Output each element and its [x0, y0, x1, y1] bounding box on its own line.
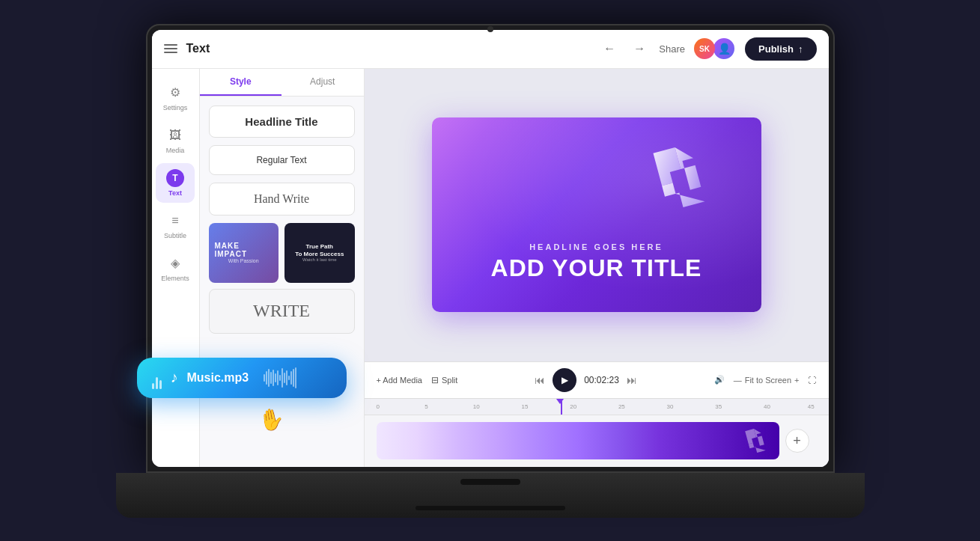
templates-grid: MAKE IMPACT With Passion True PathTo Mor… — [209, 223, 355, 334]
tab-adjust[interactable]: Adjust — [281, 69, 364, 96]
sidebar-item-settings[interactable]: ⚙ Settings — [156, 78, 195, 117]
media-icon: 🖼 — [166, 126, 184, 144]
wave-3 — [268, 369, 270, 387]
ruler-mark-15: 15 — [522, 403, 529, 410]
ruler-mark-5: 5 — [424, 403, 427, 410]
back-arrow[interactable]: ← — [599, 38, 620, 59]
sidebar-item-subtitle[interactable]: ≡ Subtitle — [156, 206, 195, 245]
canvas-text-area: HEADLINE GOES HERE ADD YOUR TITLE — [432, 242, 761, 282]
bar-1 — [152, 383, 154, 389]
menu-icon[interactable] — [164, 44, 177, 53]
add-media-label: + Add Media — [377, 376, 422, 385]
wave-1 — [264, 374, 265, 382]
ruler-mark-10: 10 — [473, 403, 480, 410]
settings-icon: ⚙ — [166, 84, 184, 102]
wave-7 — [277, 370, 279, 385]
true-path-template[interactable]: True PathTo More Success Watch it last t… — [284, 223, 355, 283]
track-clip[interactable] — [377, 422, 779, 459]
ruler-mark-0: 0 — [377, 403, 380, 410]
add-track-btn[interactable]: + — [785, 429, 809, 453]
main-content: ⚙ Settings 🖼 Media T Text ≡ Subtitle — [152, 69, 829, 467]
add-media-btn[interactable]: + Add Media — [377, 376, 422, 385]
tab-style[interactable]: Style — [200, 69, 282, 96]
playhead[interactable] — [561, 399, 562, 415]
laptop-notch — [460, 479, 520, 485]
laptop-base — [116, 473, 865, 518]
music-waveform — [264, 367, 332, 388]
split-label: Split — [442, 376, 457, 385]
play-time: 00:02:23 — [584, 375, 619, 385]
wave-9 — [281, 368, 283, 388]
avatar-photo: 👤 — [712, 37, 736, 61]
template-label-3: True PathTo More Success — [295, 243, 344, 257]
regular-text-btn[interactable]: Regular Text — [209, 145, 355, 175]
handwrite-btn[interactable]: Hand Write — [209, 183, 355, 216]
panel-content: Headline Title Regular Text Hand Write M… — [200, 97, 364, 343]
editor-area: HEADLINE GOES HERE ADD YOUR TITLE + Add … — [365, 69, 829, 467]
music-widget: ♪ Music.mp3 — [137, 358, 347, 398]
volume-button[interactable]: 🔊 — [714, 375, 725, 385]
cursor-hand: ✋ — [256, 405, 286, 434]
sidebar: ⚙ Settings 🖼 Media T Text ≡ Subtitle — [152, 69, 200, 467]
tc-right: 🔊 — Fit to Screen + ⛶ — [714, 375, 817, 385]
panel-tabs: Style Adjust — [200, 69, 364, 97]
avatar-group: SK 👤 — [694, 37, 736, 61]
bar-3 — [159, 380, 162, 389]
write-template[interactable]: WRITE — [209, 289, 355, 334]
forward-arrow[interactable]: → — [629, 38, 650, 59]
track-clip-logo — [740, 426, 770, 456]
ruler-mark-40: 40 — [764, 403, 770, 410]
next-button[interactable]: ⏭ — [627, 374, 637, 386]
wave-4 — [270, 372, 272, 384]
wave-8 — [279, 375, 281, 381]
svg-marker-7 — [757, 436, 764, 446]
play-button[interactable]: ▶ — [553, 368, 576, 392]
sidebar-item-elements[interactable]: ◈ Elements — [156, 248, 195, 288]
wave-10 — [284, 373, 285, 383]
subtitle-icon: ≡ — [166, 212, 184, 230]
wave-5 — [273, 370, 274, 386]
laptop-foot — [416, 506, 565, 510]
timeline-track: + — [365, 415, 829, 467]
expand-button[interactable]: ⛶ — [808, 376, 816, 385]
wave-6 — [275, 373, 276, 382]
playhead-arrow — [556, 399, 564, 404]
ruler-mark-30: 30 — [667, 403, 674, 410]
split-btn[interactable]: ⊟ Split — [431, 375, 457, 385]
template-label-2: With Passion — [228, 258, 259, 263]
wave-11 — [286, 370, 287, 385]
video-canvas[interactable]: HEADLINE GOES HERE ADD YOUR TITLE — [432, 117, 761, 312]
write-label: WRITE — [253, 301, 310, 321]
canvas-area: HEADLINE GOES HERE ADD YOUR TITLE — [365, 69, 829, 361]
prev-button[interactable]: ⏮ — [535, 374, 545, 386]
sidebar-item-media[interactable]: 🖼 Media — [156, 120, 195, 160]
fit-to-screen[interactable]: — Fit to Screen + — [734, 376, 800, 385]
music-filename: Music.mp3 — [187, 371, 255, 385]
bar-2 — [156, 377, 158, 389]
music-bars — [152, 367, 162, 389]
ruler-mark-45: 45 — [808, 403, 815, 410]
wave-2 — [266, 371, 267, 385]
tc-center: ⏮ ▶ 00:02:23 ⏭ — [535, 368, 637, 392]
elements-icon: ◈ — [166, 254, 184, 272]
top-bar: Text ← → Share SK 👤 Publish ↑ — [152, 30, 829, 69]
template-label-1: MAKE IMPACT — [215, 242, 273, 258]
wave-15 — [295, 367, 296, 388]
page-title: Text — [186, 42, 210, 55]
sidebar-item-text[interactable]: T Text — [156, 163, 195, 203]
tc-left: + Add Media ⊟ Split — [377, 375, 458, 385]
ruler-marks: 0 5 10 15 20 25 30 35 40 45 — [377, 399, 817, 415]
share-button[interactable]: Share — [659, 43, 685, 55]
text-icon: T — [166, 169, 184, 187]
ruler-mark-25: 25 — [618, 403, 625, 410]
canvas-logo — [642, 140, 716, 215]
wave-14 — [293, 369, 294, 387]
publish-button[interactable]: Publish ↑ — [745, 37, 816, 61]
timeline-controls: + Add Media ⊟ Split ⏮ ▶ 00:02:23 ⏭ — [365, 361, 829, 398]
music-note-icon: ♪ — [171, 369, 178, 386]
headline-title-btn[interactable]: Headline Title — [209, 106, 355, 138]
make-impact-template[interactable]: MAKE IMPACT With Passion — [209, 223, 279, 283]
wave-12 — [288, 376, 290, 380]
avatar-sk: SK — [694, 38, 715, 59]
publish-icon: ↑ — [798, 43, 803, 55]
